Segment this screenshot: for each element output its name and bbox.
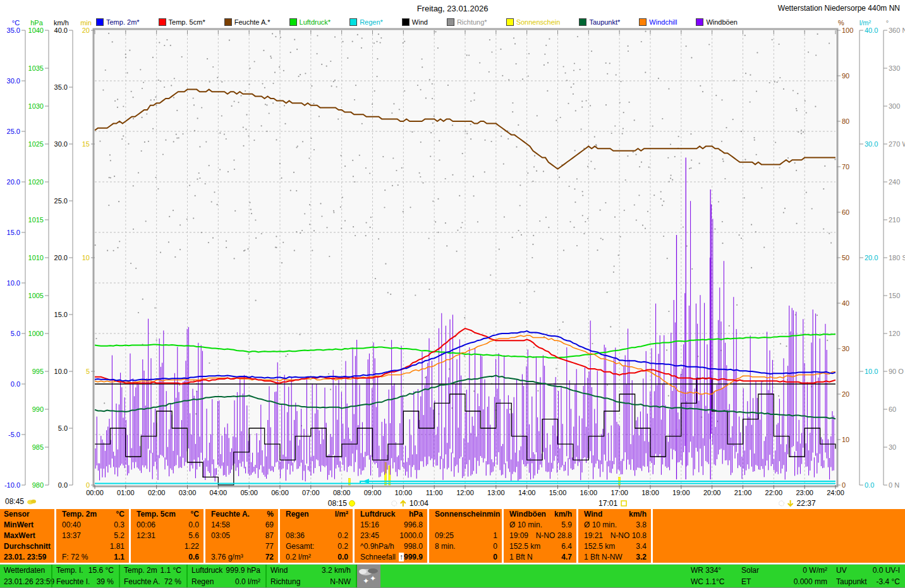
direction-dot — [109, 177, 110, 178]
cell-label — [280, 520, 286, 531]
status-row: Wetterdaten — [0, 565, 51, 576]
direction-dot — [143, 81, 144, 83]
direction-dot — [255, 237, 257, 239]
direction-dot — [780, 343, 781, 344]
direction-dot — [249, 68, 250, 69]
direction-dot — [169, 216, 170, 217]
direction-dot — [522, 78, 523, 80]
status-label: Temp. I. — [52, 565, 83, 576]
direction-dot — [313, 103, 314, 104]
direction-dot — [326, 66, 327, 67]
direction-dot — [126, 72, 128, 73]
status-segment: Wind3.2 km/hRichtungN-NW — [265, 565, 356, 587]
direction-dot — [247, 248, 248, 249]
axis-tick-label: 60 — [842, 208, 849, 216]
direction-dot — [668, 311, 669, 312]
cell-value: 1.22 — [185, 541, 203, 552]
direction-dot — [105, 69, 106, 71]
direction-dot — [249, 358, 250, 359]
direction-dot — [610, 326, 611, 327]
direction-dot — [133, 118, 134, 119]
status-label: 23.01.26 23:59 — [0, 576, 54, 587]
direction-dot — [784, 208, 786, 209]
direction-dot — [547, 62, 549, 63]
cell-label: 09:25 — [429, 531, 454, 541]
direction-dot — [284, 105, 285, 106]
direction-dot — [580, 69, 581, 70]
legend-label: Wind — [412, 18, 428, 26]
direction-dot — [145, 220, 147, 222]
axis-tick-label: 30 — [889, 443, 896, 451]
direction-dot — [279, 66, 280, 68]
direction-dot — [528, 53, 530, 54]
direction-dot — [158, 80, 159, 81]
direction-dot — [750, 101, 751, 102]
direction-dot — [378, 238, 379, 239]
direction-dot — [569, 186, 570, 187]
direction-dot — [519, 205, 521, 206]
direction-dot — [576, 178, 578, 179]
axis-tick-label: 20.0 — [865, 254, 878, 261]
direction-dot — [562, 321, 564, 323]
table-row: ^0.9hPa/h998.0 — [355, 541, 427, 552]
table-column-header: Sonnenscheinmin — [429, 509, 502, 520]
svg-text:✦: ✦ — [370, 574, 376, 583]
cell-label: 19:09 — [504, 531, 528, 541]
direction-dot — [616, 75, 617, 76]
direction-dot — [734, 80, 735, 81]
weather-pictogram: ✦✦ — [357, 565, 380, 587]
direction-dot — [199, 177, 200, 179]
direction-dot — [585, 221, 586, 222]
direction-dot — [198, 172, 200, 174]
direction-dot — [380, 37, 382, 39]
direction-dot — [500, 49, 501, 50]
legend-item: Temp. 2m* — [96, 18, 140, 26]
direction-dot — [224, 134, 225, 135]
cell-label: 13:37 — [56, 531, 81, 541]
direction-dot — [628, 51, 629, 52]
direction-dot — [205, 141, 207, 143]
current-weather-icon: ✦✦ — [356, 565, 380, 587]
axis-tick-label: 1040 — [28, 27, 44, 34]
direction-dot — [419, 172, 420, 174]
status-label: WC 1.1°C — [687, 576, 724, 587]
direction-dot — [549, 39, 550, 40]
status-bar: Wetterdaten23.01.26 23:59Temp. I.15.6 °C… — [0, 564, 905, 588]
status-label: Richtung — [267, 576, 300, 587]
row-label-text: 23.01. 23:59 — [0, 552, 46, 563]
direction-dot — [385, 263, 386, 265]
column-title: Temp. 2m — [56, 509, 97, 520]
table-row: 8 min.0 — [429, 541, 502, 552]
direction-dot — [573, 93, 574, 95]
direction-dot — [411, 131, 413, 133]
direction-dot — [466, 54, 468, 56]
direction-dot — [533, 235, 534, 236]
legend-item: Windböen — [696, 18, 738, 26]
direction-dot — [263, 50, 264, 51]
direction-dot — [518, 230, 519, 231]
direction-dot — [226, 138, 227, 140]
direction-dot — [221, 81, 222, 83]
legend-swatch-icon — [579, 18, 586, 26]
table-row: 152.5 km6.4 — [504, 541, 576, 552]
direction-dot — [142, 117, 143, 118]
direction-dot — [519, 302, 521, 303]
direction-dot — [197, 117, 198, 119]
cell-value: 998.0 — [404, 541, 427, 552]
direction-dot — [667, 258, 668, 259]
chart-legend: Temp. 2m*Temp. 5cm*Feuchte A.*Luftdruck*… — [96, 17, 738, 27]
cell-value: 3.4 — [636, 541, 651, 552]
column-title: Sonnenschein — [429, 509, 487, 520]
legend-swatch-icon — [506, 18, 514, 26]
direction-dot — [176, 134, 177, 135]
direction-dot — [114, 100, 116, 102]
direction-dot — [334, 80, 336, 81]
x-axis-label: 22:00 — [765, 489, 783, 496]
direction-dot — [290, 52, 291, 53]
direction-dot — [228, 171, 229, 172]
direction-dot — [516, 63, 517, 64]
direction-dot — [435, 221, 436, 222]
direction-dot — [361, 123, 363, 124]
axis-tick-label: 60 — [889, 405, 896, 413]
cell-label: 23:45 — [355, 531, 379, 541]
